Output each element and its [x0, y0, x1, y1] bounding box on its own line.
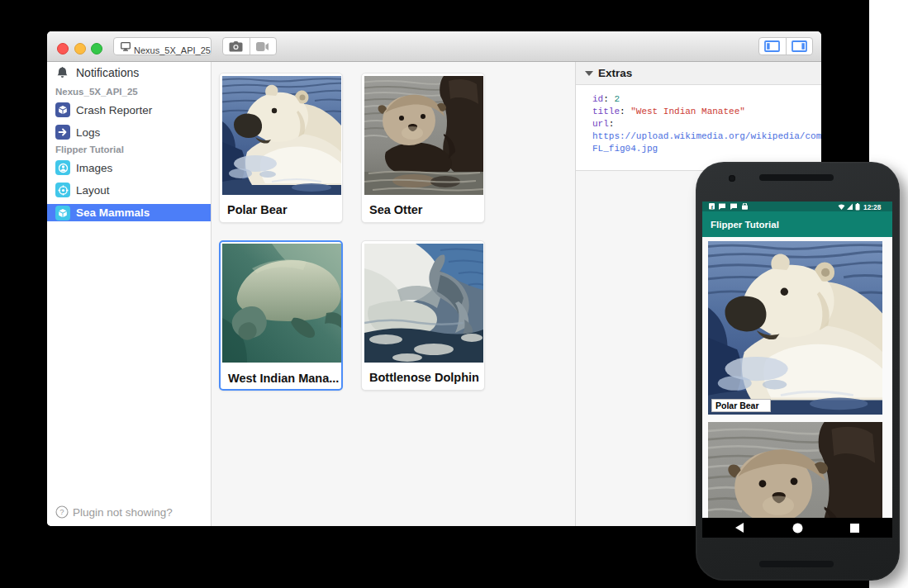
svg-text:?: ? [59, 507, 64, 516]
svg-text:12:28: 12:28 [863, 203, 882, 211]
